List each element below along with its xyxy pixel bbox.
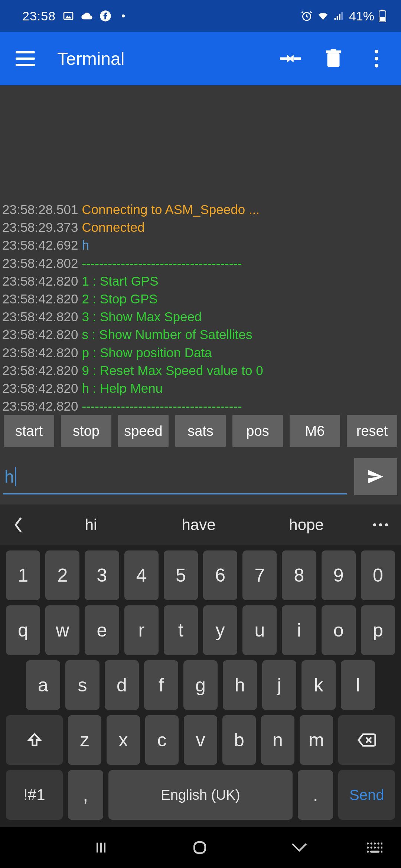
- svg-rect-9: [381, 10, 384, 11]
- macro-button-pos[interactable]: pos: [232, 415, 283, 447]
- space-key[interactable]: English (UK): [108, 770, 293, 820]
- macro-button-sats[interactable]: sats: [175, 415, 226, 447]
- log-timestamp: 23:58:42.820: [2, 326, 78, 343]
- comma-key[interactable]: ,: [68, 770, 103, 820]
- image-icon: [62, 10, 74, 22]
- signal-icon: [333, 10, 345, 22]
- terminal-output[interactable]: 23:58:28.501Connecting to ASM_Speedo ...…: [2, 201, 399, 415]
- terminal-line: 23:58:42.8203 : Show Max Speed: [2, 308, 399, 326]
- macro-button-reset[interactable]: reset: [347, 415, 397, 447]
- key-o[interactable]: o: [322, 605, 356, 655]
- key-a[interactable]: a: [26, 660, 60, 710]
- key-c[interactable]: c: [145, 715, 179, 765]
- key-0[interactable]: 0: [361, 550, 395, 600]
- symbols-key[interactable]: !#1: [6, 770, 63, 820]
- shift-key[interactable]: [6, 715, 63, 765]
- input-row: h: [3, 458, 397, 495]
- key-2[interactable]: 2: [45, 550, 79, 600]
- log-message: h : Help Menu: [82, 379, 163, 397]
- svg-rect-6: [339, 14, 340, 20]
- log-timestamp: 23:58:42.692: [2, 236, 78, 254]
- connect-icon[interactable]: [280, 48, 301, 69]
- key-4[interactable]: 4: [124, 550, 159, 600]
- battery-icon: [379, 10, 386, 22]
- key-m[interactable]: m: [300, 715, 333, 765]
- macro-button-start[interactable]: start: [4, 415, 54, 447]
- svg-point-28: [370, 846, 372, 848]
- key-b[interactable]: b: [222, 715, 256, 765]
- key-l[interactable]: l: [341, 660, 375, 710]
- terminal-line: 23:58:42.8202 : Stop GPS: [2, 290, 399, 308]
- key-w[interactable]: w: [45, 605, 79, 655]
- key-e[interactable]: e: [85, 605, 119, 655]
- key-y[interactable]: y: [203, 605, 237, 655]
- nav-back-icon[interactable]: [291, 842, 307, 853]
- nav-keyboard-icon[interactable]: [366, 842, 382, 854]
- key-t[interactable]: t: [164, 605, 198, 655]
- backspace-key[interactable]: [338, 715, 395, 765]
- key-g[interactable]: g: [183, 660, 218, 710]
- macro-row: startstopspeedsatsposM6reset: [4, 415, 397, 447]
- suggestion-bar: hi have hope: [0, 504, 401, 545]
- log-timestamp: 23:58:42.820: [2, 397, 78, 415]
- overflow-icon[interactable]: [366, 48, 387, 69]
- keyboard: 1234567890 qwertyuiop asdfghjkl zxcvbnm …: [0, 545, 401, 868]
- key-z[interactable]: z: [68, 715, 101, 765]
- macro-button-stop[interactable]: stop: [61, 415, 111, 447]
- trash-icon[interactable]: [323, 48, 344, 69]
- key-j[interactable]: j: [262, 660, 296, 710]
- suggestion-back-icon[interactable]: [0, 517, 37, 533]
- key-s[interactable]: s: [65, 660, 100, 710]
- log-timestamp: 23:58:42.820: [2, 379, 78, 397]
- nav-recents-icon[interactable]: [94, 840, 108, 855]
- key-n[interactable]: n: [261, 715, 294, 765]
- key-q[interactable]: q: [6, 605, 40, 655]
- suggestion-3[interactable]: hope: [252, 516, 360, 534]
- key-x[interactable]: x: [107, 715, 140, 765]
- key-d[interactable]: d: [105, 660, 139, 710]
- key-k[interactable]: k: [301, 660, 336, 710]
- terminal-line: 23:58:42.8201 : Start GPS: [2, 272, 399, 290]
- battery-text: 41%: [349, 9, 374, 23]
- svg-rect-33: [370, 851, 379, 852]
- suggestion-1[interactable]: hi: [37, 516, 145, 534]
- svg-point-30: [377, 846, 379, 848]
- key-9[interactable]: 9: [322, 550, 356, 600]
- log-timestamp: 23:58:29.373: [2, 218, 78, 236]
- key-r[interactable]: r: [124, 605, 159, 655]
- send-button[interactable]: [354, 458, 397, 495]
- svg-point-24: [374, 842, 376, 844]
- key-3[interactable]: 3: [85, 550, 119, 600]
- status-left: 23:58: [22, 9, 125, 23]
- svg-rect-11: [280, 57, 287, 60]
- nav-home-icon[interactable]: [192, 839, 208, 856]
- key-7[interactable]: 7: [242, 550, 277, 600]
- key-6[interactable]: 6: [203, 550, 237, 600]
- key-f[interactable]: f: [144, 660, 178, 710]
- log-message: 9 : Reset Max Speed value to 0: [82, 362, 263, 379]
- terminal-line: 23:58:42.8209 : Reset Max Speed value to…: [2, 362, 399, 379]
- key-v[interactable]: v: [184, 715, 217, 765]
- facebook-icon: [100, 10, 111, 22]
- macro-button-speed[interactable]: speed: [118, 415, 169, 447]
- macro-button-m6[interactable]: M6: [290, 415, 340, 447]
- key-i[interactable]: i: [282, 605, 316, 655]
- log-timestamp: 23:58:42.820: [2, 344, 78, 362]
- key-h[interactable]: h: [223, 660, 257, 710]
- suggestion-2[interactable]: have: [145, 516, 252, 534]
- key-1[interactable]: 1: [6, 550, 40, 600]
- key-p[interactable]: p: [361, 605, 395, 655]
- key-5[interactable]: 5: [164, 550, 198, 600]
- menu-icon[interactable]: [16, 51, 35, 66]
- key-u[interactable]: u: [242, 605, 277, 655]
- log-timestamp: 23:58:42.820: [2, 362, 78, 379]
- key-8[interactable]: 8: [282, 550, 316, 600]
- period-key[interactable]: .: [298, 770, 333, 820]
- dot-icon: [122, 14, 125, 17]
- command-input[interactable]: h: [3, 459, 347, 494]
- keyboard-send-key[interactable]: Send: [338, 770, 395, 820]
- svg-point-27: [367, 846, 369, 848]
- terminal-line: 23:58:42.820----------------------------…: [2, 397, 399, 415]
- suggestion-more-icon[interactable]: [360, 523, 401, 526]
- text-cursor: [15, 467, 16, 486]
